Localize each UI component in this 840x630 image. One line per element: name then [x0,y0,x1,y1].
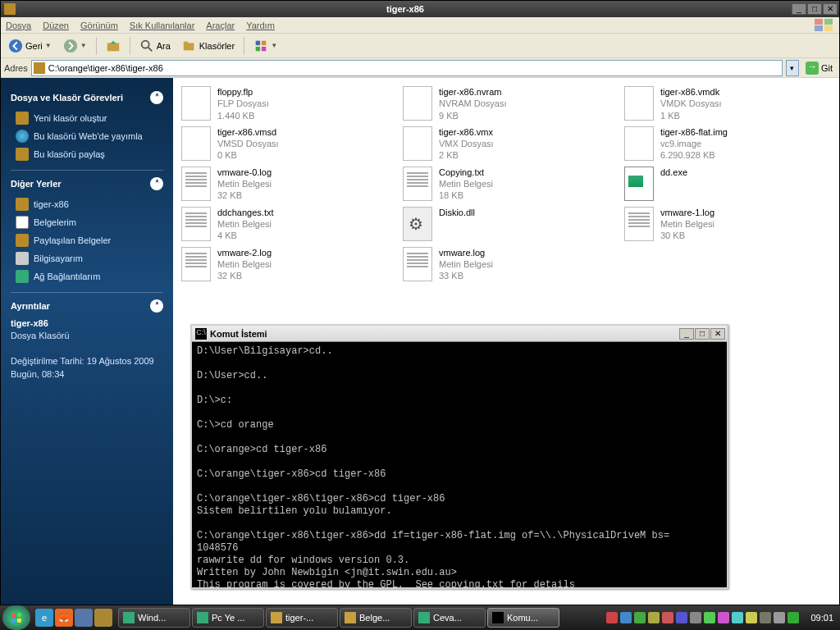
tray-icon[interactable] [662,612,673,623]
file-item[interactable]: floppy.flpFLP Dosyası1.440 KB [181,86,388,121]
file-item[interactable]: vmware-2.logMetin Belgesi32 KB [181,247,388,282]
file-item[interactable]: vmware-1.logMetin Belgesi30 KB [624,207,831,242]
place-network[interactable]: Ağ Bağlantılarım [11,267,163,285]
address-dropdown[interactable]: ▾ [786,60,799,76]
task-icon [271,612,282,623]
file-name: tiger-x86.vmdk [660,86,722,98]
place-computer[interactable]: Bilgisayarım [11,249,163,267]
places-header[interactable]: Diğer Yerler˄ [11,177,163,190]
forward-button[interactable]: ▼ [59,36,91,56]
tray-icon[interactable] [732,612,743,623]
task-button[interactable]: tiger-... [266,608,338,628]
task-new-folder[interactable]: Yeni klasör oluştur [11,109,163,127]
folder-icon [4,3,16,15]
file-item[interactable]: Diskio.dll [403,207,609,242]
file-item[interactable]: vmware-0.logMetin Belgesi32 KB [181,167,388,202]
menu-tools[interactable]: Araçlar [206,21,235,30]
file-name: tiger-x86-flat.img [660,126,728,138]
tray-icon[interactable] [788,612,799,623]
file-item[interactable]: tiger-x86-flat.imgvc9.image6.290.928 KB [624,126,831,162]
svg-rect-3 [824,25,833,31]
file-size: 2 KB [439,149,494,161]
cmd-icon: C:\ [195,328,207,340]
start-button[interactable] [2,605,30,630]
command-prompt-window[interactable]: C:\ Komut İstemi _ □ ✕ D:\User\Bilgisaya… [190,324,728,589]
file-name: vmware-0.log [217,167,272,178]
tray-icon[interactable] [718,612,729,623]
tray-volume-icon[interactable] [774,612,785,623]
menu-fav[interactable]: Sık Kullanılanlar [130,21,195,30]
file-size: 32 KB [217,270,272,281]
file-item[interactable]: vmware.logMetin Belgesi33 KB [403,247,609,282]
file-name: tiger-x86.nvram [439,86,507,98]
svg-rect-17 [17,613,21,617]
details-header[interactable]: Ayrıntılar˄ [11,299,163,313]
ql-app-icon[interactable] [94,609,112,627]
place-shared[interactable]: Paylaşılan Belgeler [11,231,163,249]
tray-icon[interactable] [690,612,701,623]
task-buttons: Wind...Pc Ye ...tiger-...Belge...Ceva...… [115,608,601,628]
tray-icon[interactable] [648,612,660,623]
views-button[interactable]: ▼ [249,36,281,56]
back-button[interactable]: Geri ▼ [4,36,56,56]
ql-firefox-icon[interactable]: 🦊 [55,609,73,627]
tray-icon[interactable] [760,612,771,623]
cmd-output[interactable]: D:\User\Bilgisayar>cd.. D:\User>cd.. D:\… [192,342,727,587]
menu-edit[interactable]: Düzen [43,21,69,30]
tray-icon[interactable] [746,612,757,623]
task-button[interactable]: Komu... [487,608,559,628]
folder-icon [34,62,45,74]
folders-label: Klasörler [199,41,235,51]
file-item[interactable]: Copying.txtMetin Belgesi18 KB [403,167,609,202]
tasks-header[interactable]: Dosya ve Klasör Görevleri˄ [11,91,163,104]
task-button[interactable]: Pc Ye ... [192,608,264,628]
svg-line-8 [148,47,152,51]
titlebar[interactable]: tiger-x86 _ □ ✕ [1,1,839,17]
search-button[interactable]: Ara [135,36,175,56]
file-size: 4 KB [217,230,274,241]
minimize-button[interactable]: _ [792,3,806,15]
menu-view[interactable]: Görünüm [80,21,118,30]
file-type: NVRAM Dosyası [439,98,507,109]
file-icon [403,167,432,201]
cmd-titlebar[interactable]: C:\ Komut İstemi _ □ ✕ [192,326,727,342]
ql-ie-icon[interactable]: e [35,609,53,627]
file-item[interactable]: dd.exe [624,167,831,202]
task-publish[interactable]: Bu klasörü Web'de yayımla [11,127,163,145]
maximize-button[interactable]: □ [807,3,822,15]
file-item[interactable]: tiger-x86.nvramNVRAM Dosyası9 KB [403,86,609,121]
address-box[interactable] [31,60,783,76]
up-button[interactable] [102,36,125,56]
task-button[interactable]: Belge... [340,608,412,628]
ql-desktop-icon[interactable] [75,609,93,627]
cmd-minimize-button[interactable]: _ [679,328,694,340]
cmd-maximize-button[interactable]: □ [695,328,710,340]
close-button[interactable]: ✕ [823,3,838,15]
task-button[interactable]: Wind... [118,608,190,628]
tray-icon[interactable] [606,612,618,623]
file-item[interactable]: tiger-x86.vmdkVMDK Dosyası1 KB [624,86,831,121]
cmd-close-button[interactable]: ✕ [710,328,725,340]
place-parent[interactable]: tiger-x86 [11,195,163,213]
tray-icon[interactable] [676,612,687,623]
tray-icon[interactable] [634,612,646,623]
clock[interactable]: 09:01 [804,613,840,623]
tray-icon[interactable] [704,612,715,623]
menu-help[interactable]: Yardım [246,21,275,30]
place-docs[interactable]: Belgelerim [11,213,163,231]
go-button[interactable]: Git [802,62,836,75]
file-item[interactable]: tiger-x86.vmxVMX Dosyası2 KB [403,126,609,162]
file-type: VMSD Dosyası [217,138,279,149]
address-input[interactable] [48,63,780,73]
svg-point-4 [9,39,22,52]
file-name: tiger-x86.vmx [439,126,494,138]
file-icon [624,126,654,161]
file-name: vmware-1.log [660,207,714,218]
tray-icon[interactable] [620,612,632,623]
task-share[interactable]: Bu klasörü paylaş [11,145,163,163]
folders-button[interactable]: Klasörler [178,36,239,56]
menu-file[interactable]: Dosya [6,21,31,30]
file-item[interactable]: tiger-x86.vmsdVMSD Dosyası0 KB [181,126,388,162]
file-item[interactable]: ddchanges.txtMetin Belgesi4 KB [181,207,388,242]
task-button[interactable]: Ceva... [413,608,486,628]
